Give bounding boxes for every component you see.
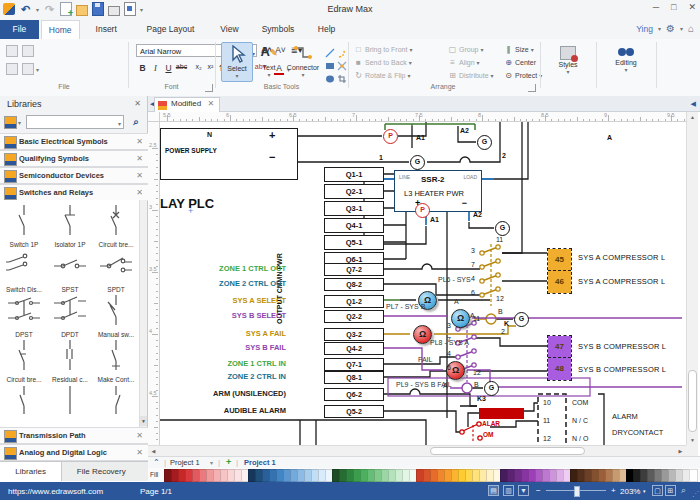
symbol-manual-sw-[interactable]: Manual sw... <box>94 292 138 338</box>
text-tool-button[interactable]: A✎ Text▾ <box>255 42 283 82</box>
color-swatch[interactable] <box>689 469 698 482</box>
symbol-spst[interactable]: SPST <box>48 247 92 293</box>
strikethrough-button[interactable]: abc <box>175 63 188 70</box>
symbol-partial[interactable] <box>94 382 138 420</box>
library-group-qualifying-symbols[interactable]: Qualifying Symbols✕ <box>0 150 148 167</box>
page-tab-project1[interactable]: Project 1 <box>244 458 276 467</box>
terminal-q2-2[interactable]: Q2-2 <box>324 310 384 323</box>
arrange-size[interactable]: ∥Size ▾ <box>504 45 534 54</box>
library-group-basic-electrical-symbols[interactable]: Basic Electrical Symbols✕ <box>0 133 148 150</box>
symbol-partial[interactable] <box>48 382 92 420</box>
ribbon-tab-symbols[interactable]: Symbols <box>251 20 305 39</box>
document-tab-modified[interactable]: Modified ✕ <box>154 97 220 112</box>
close-library-icon[interactable]: ✕ <box>136 448 143 457</box>
format-painter-icon[interactable] <box>6 45 18 57</box>
g-marker[interactable]: G <box>495 221 510 236</box>
library-group-analog-and-digital-logic[interactable]: Analog and Digital Logic✕ <box>0 444 148 461</box>
zoom-level[interactable]: 203% <box>620 487 640 496</box>
terminal-q4-2[interactable]: Q4-2 <box>324 342 384 355</box>
p-marker[interactable]: P <box>415 203 430 218</box>
symbol-circuit-bre-[interactable]: Circuit bre... <box>94 202 138 248</box>
symbol-dpdt[interactable]: DPDT <box>48 292 92 338</box>
ribbon-tab-page-layout[interactable]: Page Layout <box>133 20 208 39</box>
page-dropdown[interactable]: Project 1 <box>170 458 200 467</box>
terminal-q8-2[interactable]: Q8-2 <box>324 278 384 291</box>
symbol-make-cont-[interactable]: Make Cont... <box>94 337 138 383</box>
library-group-semiconductor-devices[interactable]: Semiconductor Devices✕ <box>0 167 148 184</box>
g-marker[interactable]: G <box>410 155 425 170</box>
symbol-grid-scrollbar[interactable]: ▼ <box>139 200 147 427</box>
close-library-icon[interactable]: ✕ <box>136 431 143 440</box>
arrange-protect[interactable]: ⊙Protect ▾ <box>504 71 542 80</box>
close-library-icon[interactable]: ✕ <box>136 137 143 146</box>
minimize-button[interactable]: ─ <box>653 2 659 12</box>
view-presentation-icon[interactable]: ▼ <box>518 485 529 496</box>
ssr2-box[interactable]: LINE LOAD SSR-2 L3 HEATER PWR + − <box>394 170 482 212</box>
library-search-input[interactable]: ▾ <box>26 115 124 129</box>
vertical-scroll-thumb[interactable] <box>688 370 697 432</box>
select-tool-button[interactable]: Select▾ <box>221 42 253 82</box>
ribbon-tab-home[interactable]: Home <box>41 20 80 39</box>
zoom-dropdown-icon[interactable]: ▾ <box>643 488 646 494</box>
account-name[interactable]: Ying <box>636 24 653 34</box>
drawing-canvas[interactable]: N POWER SUPPLY + − LAY PLC OUTPUT CMMN P… <box>160 122 686 445</box>
editing-button[interactable]: Editing▾ <box>604 42 648 82</box>
paste-icon[interactable] <box>22 63 34 75</box>
symbol-residual-c-[interactable]: Residual c... <box>48 337 92 383</box>
styles-button[interactable]: Styles▾ <box>548 42 588 82</box>
close-library-icon[interactable]: ✕ <box>136 154 143 163</box>
symbol-dpst[interactable]: DPST <box>2 292 46 338</box>
terminal-q8-1[interactable]: Q8-1 <box>324 371 384 384</box>
zoom-out-button[interactable]: − <box>536 486 541 495</box>
ribbon-tab-insert[interactable]: Insert <box>82 20 131 39</box>
scroll-left-icon[interactable]: ◀ <box>148 446 159 456</box>
pan-zoom-icon[interactable]: ⌕ <box>678 485 689 496</box>
g-marker[interactable]: G <box>484 381 499 396</box>
add-page-button[interactable]: + <box>226 457 231 467</box>
close-library-icon[interactable]: ✕ <box>136 188 143 197</box>
bold-button[interactable]: B <box>136 63 149 73</box>
terminal-q6-2[interactable]: Q6-2 <box>324 388 384 401</box>
panel-tab-file-recovery[interactable]: File Recovery <box>61 462 141 481</box>
symbol-isolator-1p[interactable]: Isolator 1P <box>48 202 92 248</box>
account-dropdown-icon[interactable]: ▾ <box>658 25 661 32</box>
connector-tool-button[interactable]: Connector▾ <box>285 42 321 82</box>
tab-close-icon[interactable]: ✕ <box>207 99 214 108</box>
page-dropdown-icon[interactable]: ▾ <box>210 459 213 466</box>
library-group-transmission-path[interactable]: Transmission Path✕ <box>0 427 148 444</box>
view-normal-icon[interactable]: ▤ <box>488 485 499 496</box>
scroll-up-icon[interactable]: ▲ <box>687 112 698 122</box>
search-icon[interactable]: ⌕ <box>128 115 144 129</box>
symbol-switch-dis-[interactable]: Switch Dis... <box>2 247 46 293</box>
vertical-scrollbar[interactable]: ▲ ▼ <box>686 112 698 445</box>
power-supply-box[interactable]: N POWER SUPPLY + − <box>160 128 298 180</box>
horizontal-scroll-thumb[interactable] <box>430 447 585 455</box>
panel-collapse-right-icon[interactable]: ◀ <box>691 100 696 108</box>
libraries-close-icon[interactable]: ✕ <box>134 99 141 108</box>
collapse-pagebar-icon[interactable]: ⌃ <box>153 458 160 467</box>
close-button[interactable]: ✕ <box>688 2 696 12</box>
terminal-q3-1[interactable]: Q3-1 <box>324 201 384 216</box>
gear-icon[interactable]: ⚙ <box>666 23 675 34</box>
g-marker[interactable]: G <box>477 135 492 150</box>
ribbon-tab-help[interactable]: Help <box>307 20 346 39</box>
terminal-q1-2[interactable]: Q1-2 <box>324 295 384 308</box>
scroll-down-icon[interactable]: ▼ <box>687 435 698 445</box>
scroll-down-icon[interactable]: ▼ <box>140 416 147 426</box>
terminal-q7-1[interactable]: Q7-1 <box>324 358 384 371</box>
ribbon-tab-view[interactable]: View <box>210 20 249 39</box>
status-url[interactable]: https://www.edrawsoft.com <box>8 487 103 496</box>
library-group-switches-and-relays[interactable]: Switches and Relays✕ <box>0 184 148 201</box>
arrange-dialog-launcher[interactable] <box>528 84 536 92</box>
settings-dropdown-icon[interactable]: ▾ <box>680 25 683 32</box>
zoom-in-button[interactable]: + <box>611 486 616 495</box>
g-marker[interactable]: G <box>514 312 529 327</box>
home-icon[interactable]: ⌂ <box>688 23 694 34</box>
terminal-block[interactable]: 4748 <box>547 335 572 381</box>
resize-grip[interactable]: ⋰ <box>692 490 699 498</box>
k3-relay-coil[interactable] <box>479 408 524 419</box>
cut-icon[interactable] <box>22 45 34 57</box>
fit-page-icon[interactable]: ▢ <box>652 485 663 496</box>
terminal-q7-2[interactable]: Q7-2 <box>324 263 384 276</box>
terminal-q4-1[interactable]: Q4-1 <box>324 218 384 233</box>
